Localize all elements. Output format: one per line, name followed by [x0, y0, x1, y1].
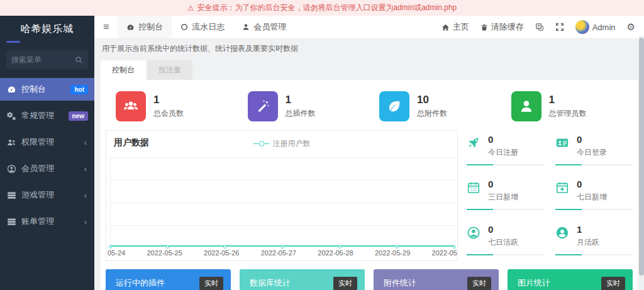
- stat-label: 总会员数: [153, 108, 184, 119]
- stat-divider: [467, 209, 544, 210]
- stat-card-attachments: 10 总附件数: [369, 86, 501, 130]
- stat-cards-row: 1 总会员数 1 总插件数: [106, 86, 633, 130]
- sidebar-item-permissions[interactable]: 权限管理 ‹: [0, 131, 94, 153]
- side-stat-month-active: 1 月活跃: [555, 220, 633, 261]
- hot-badge: hot: [70, 85, 88, 94]
- stat-divider: [467, 164, 544, 165]
- panel-title: 运行中的插件: [116, 277, 165, 289]
- nav-tab-label: 控制台: [138, 21, 163, 33]
- sidebar-item-dashboard[interactable]: 控制台 hot: [0, 78, 94, 101]
- stat-label: 总附件数: [417, 108, 447, 119]
- realtime-badge: 实时: [199, 277, 223, 290]
- warning-icon: ⚠: [187, 4, 194, 13]
- top-navbar: ≡ 控制台 流水日志 会员管理: [94, 16, 644, 39]
- sidebar-item-bills[interactable]: 账单管理 ‹: [0, 210, 94, 233]
- sidebar: 哈希娱乐城 控制台 hot 常规管理 new 权限管理: [0, 16, 94, 290]
- user-menu[interactable]: Admin: [575, 20, 616, 34]
- side-stat-label: 三日新增: [488, 192, 518, 203]
- person-icon: [511, 91, 541, 121]
- realtime-badge: 实时: [467, 277, 491, 290]
- legend-marker-icon: [253, 143, 270, 144]
- stat-value: 1: [286, 94, 316, 106]
- users-icon: [6, 138, 16, 147]
- x-tick: 2022-05-26: [204, 249, 239, 257]
- chevron-left-icon: ‹: [84, 138, 88, 147]
- panel-title: 数据库统计: [250, 277, 291, 289]
- sidebar-item-label: 会员管理: [21, 163, 79, 174]
- security-warning-banner: ⚠ 安全提示：为了你的后台安全，请勿将后台管理入口设置为admin或admin.…: [0, 0, 644, 16]
- nav-tab-flow-log[interactable]: 流水日志: [172, 16, 233, 38]
- settings-gear-icon[interactable]: ⚙: [627, 21, 635, 33]
- content-tabs: 控制台 投注量: [94, 57, 644, 80]
- sidebar-item-general[interactable]: 常规管理 new: [0, 104, 94, 127]
- side-stat-label: 月活跃: [577, 237, 599, 248]
- main-area: ≡ 控制台 流水日志 会员管理: [94, 16, 644, 290]
- side-stat-label: 今日注册: [488, 147, 518, 158]
- menu-search-box[interactable]: [6, 50, 88, 69]
- side-stat-three-day-new: 0 三日新增: [467, 175, 544, 216]
- side-stat-today-register: 0 今日注册: [467, 130, 544, 171]
- panel-database-stats[interactable]: 数据库统计 实时: [240, 269, 365, 290]
- stat-card-admins: 1 总管理员数: [501, 86, 633, 130]
- panel-running-plugins[interactable]: 运行中的插件 实时: [106, 269, 231, 290]
- user-circle-icon: [467, 226, 480, 240]
- sidebar-item-label: 游戏管理: [21, 189, 79, 201]
- data-point: [166, 245, 169, 248]
- nav-tab-label: 流水日志: [192, 21, 225, 33]
- dashboard-icon: [126, 23, 135, 31]
- x-tick: 2022-05-27: [261, 249, 296, 257]
- stat-label: 总插件数: [286, 108, 316, 119]
- side-stat-value: 0: [577, 179, 607, 189]
- nav-tab-dashboard[interactable]: 控制台: [118, 16, 172, 38]
- realtime-badge: 实时: [601, 277, 625, 290]
- sidebar-item-games[interactable]: 游戏管理 ‹: [0, 184, 94, 206]
- stat-label: 总管理员数: [549, 108, 587, 119]
- user-icon: [242, 23, 250, 31]
- stat-card-plugins: 1 总插件数: [238, 86, 370, 130]
- search-input[interactable]: [11, 55, 75, 64]
- language-icon[interactable]: [535, 23, 544, 31]
- data-point: [338, 245, 341, 248]
- stat-value: 1: [153, 94, 184, 106]
- hamburger-menu-icon[interactable]: ≡: [94, 21, 118, 33]
- x-tick: 2022-05-28: [318, 249, 353, 257]
- clear-cache-button[interactable]: 清除缓存: [480, 21, 524, 33]
- home-button[interactable]: 主页: [441, 21, 469, 33]
- side-stat-value: 0: [577, 134, 607, 145]
- side-stat-label: 七日新增: [577, 192, 607, 203]
- x-tick: 05-24: [108, 249, 125, 257]
- legend-label: 注册用户数: [273, 138, 311, 149]
- nav-tab-members[interactable]: 会员管理: [233, 16, 295, 38]
- table-icon: [6, 217, 16, 226]
- tab-bet-volume[interactable]: 投注量: [147, 60, 192, 80]
- user-data-chart: 用户数据 注册用户数: [106, 130, 458, 261]
- chevron-left-icon: ‹: [84, 164, 88, 174]
- sidebar-item-label: 常规管理: [21, 110, 64, 121]
- tab-dashboard[interactable]: 控制台: [101, 60, 146, 80]
- calendar-plus-icon: [555, 181, 569, 194]
- chart-legend-item[interactable]: 注册用户数: [253, 138, 311, 149]
- panel-attachment-stats[interactable]: 附件统计 实时: [374, 269, 499, 290]
- rocket-icon: [467, 136, 480, 150]
- home-icon: [441, 23, 450, 31]
- stat-divider: [555, 209, 633, 210]
- stat-value: 1: [549, 94, 587, 106]
- user-circle-filled-icon: [555, 226, 569, 240]
- fullscreen-icon[interactable]: [555, 23, 564, 31]
- side-stat-label: 七日活跃: [488, 237, 518, 248]
- chevron-left-icon: ‹: [84, 191, 88, 200]
- panel-title: 附件统计: [384, 277, 416, 289]
- side-stat-value: 0: [488, 224, 518, 235]
- realtime-badge: 实时: [333, 277, 357, 290]
- magic-wand-icon: [248, 91, 278, 121]
- user-circle-icon: [6, 164, 16, 174]
- stat-value: 10: [417, 94, 447, 106]
- scrollbar-thumb[interactable]: [639, 38, 644, 276]
- avatar: [575, 20, 589, 34]
- id-card-icon: [555, 136, 569, 150]
- dashboard-panel: 1 总会员数 1 总插件数: [101, 80, 638, 290]
- sidebar-item-members[interactable]: 会员管理 ‹: [0, 157, 94, 180]
- bottom-panels-row: 运行中的插件 实时 数据库统计 实时 附件统计 实时 图片统计 实时: [106, 269, 633, 290]
- panel-image-stats[interactable]: 图片统计 实时: [508, 269, 633, 290]
- dashboard-icon: [6, 85, 16, 94]
